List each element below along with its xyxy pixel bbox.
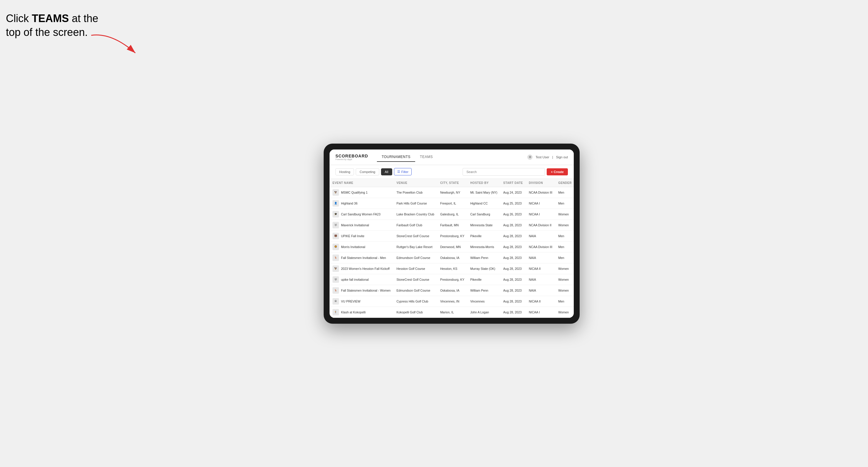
cell-event-name-4: 🐻 UPIKE Fall Invite — [330, 230, 393, 241]
team-logo-1: 👤 — [333, 200, 339, 207]
cell-city-state-2: Galesburg, IL — [437, 209, 467, 220]
table-row: 🏌 Klash at Kokopelli Kokopelli Golf Club… — [330, 307, 574, 317]
cell-venue-8: StoneCrest Golf Course — [393, 274, 437, 285]
nav-tab-tournaments[interactable]: TOURNAMENTS — [377, 152, 415, 162]
cell-event-name-0: 🦅 MSMC Qualifying 1 — [330, 187, 393, 198]
cell-venue-4: StoneCrest Golf Course — [393, 230, 437, 241]
cell-event-name-2: 🎓 Carl Sandburg Women FA23 — [330, 209, 393, 220]
logo-text: SCOREBOARD — [335, 154, 368, 158]
cell-division-10: NICAA II — [526, 296, 555, 307]
settings-icon[interactable]: ⚙ — [527, 155, 533, 160]
cell-hosted-by-2: Carl Sandburg — [467, 209, 500, 220]
tournaments-table: EVENT NAME VENUE CITY, STATE HOSTED BY S… — [330, 179, 574, 318]
team-logo-7: 🦅 — [333, 266, 339, 272]
cell-venue-11: Kokopelli Golf Club — [393, 307, 437, 317]
cell-division-4: NAIA — [526, 230, 555, 241]
all-filter-btn[interactable]: All — [381, 168, 392, 176]
cell-division-3: NCAA Division II — [526, 220, 555, 230]
search-input[interactable] — [463, 168, 545, 176]
event-name-text-1: Highland 36 — [341, 201, 358, 205]
tablet-screen: SCOREBOARD Powered by clippit TOURNAMENT… — [330, 150, 574, 318]
table-row: 🦅 2023 Women's Hesston Fall Kickoff Hess… — [330, 263, 574, 274]
cell-hosted-by-1: Highland CC — [467, 198, 500, 209]
event-name-text-6: Fall Statesmen Invitational - Men — [341, 256, 386, 259]
team-logo-0: 🦅 — [333, 189, 339, 196]
logo-sub: Powered by clippit — [335, 158, 368, 160]
annotation-text: Click TEAMS at thetop of the screen. — [6, 12, 98, 39]
cell-hosted-by-6: William Penn — [467, 252, 500, 263]
cell-start-date-10: Aug 28, 2023 — [500, 296, 526, 307]
cell-start-date-6: Aug 28, 2023 — [500, 252, 526, 263]
cell-venue-2: Lake Bracken Country Club — [393, 209, 437, 220]
cell-gender-7: Women — [555, 263, 574, 274]
cell-event-name-8: 🐺 upike fall invitational — [330, 274, 393, 285]
filter-icon-btn[interactable]: ☰ Filter — [394, 168, 412, 176]
table-container: EVENT NAME VENUE CITY, STATE HOSTED BY S… — [330, 179, 574, 318]
nav-tab-teams[interactable]: TEAMS — [415, 152, 437, 162]
team-logo-10: 🏛 — [333, 298, 339, 305]
filter-icon: ☰ — [397, 170, 400, 174]
cell-division-6: NAIA — [526, 252, 555, 263]
cell-start-date-4: Aug 28, 2023 — [500, 230, 526, 241]
cell-gender-1: Men — [555, 198, 574, 209]
team-logo-5: 🦁 — [333, 244, 339, 250]
cell-city-state-6: Oskaloosa, IA — [437, 252, 467, 263]
cell-hosted-by-7: Murray State (OK) — [467, 263, 500, 274]
cell-start-date-9: Aug 28, 2023 — [500, 285, 526, 296]
cell-gender-4: Men — [555, 230, 574, 241]
col-city-state: CITY, STATE — [437, 179, 467, 187]
team-logo-6: 🦌 — [333, 254, 339, 261]
toolbar: Hosting Competing All ☰ Filter + Create — [330, 165, 574, 179]
team-logo-8: 🐺 — [333, 276, 339, 283]
cell-division-1: NICAA I — [526, 198, 555, 209]
table-header-row: EVENT NAME VENUE CITY, STATE HOSTED BY S… — [330, 179, 574, 187]
logo-area: SCOREBOARD Powered by clippit — [335, 154, 368, 160]
event-name-text-2: Carl Sandburg Women FA23 — [341, 213, 380, 216]
cell-division-8: NAIA — [526, 274, 555, 285]
event-name-text-0: MSMC Qualifying 1 — [341, 191, 368, 194]
event-name-text-3: Maverick Invitational — [341, 223, 369, 227]
event-name-text-7: 2023 Women's Hesston Fall Kickoff — [341, 267, 390, 271]
cell-event-name-1: 👤 Highland 36 — [330, 198, 393, 209]
sign-out-link[interactable]: Sign out — [556, 155, 568, 159]
cell-start-date-7: Aug 28, 2023 — [500, 263, 526, 274]
hosting-filter-btn[interactable]: Hosting — [335, 168, 354, 176]
table-row: 🦁 Morris Invitational Ruttger's Bay Lake… — [330, 241, 574, 252]
cell-hosted-by-9: William Penn — [467, 285, 500, 296]
cell-event-name-5: 🦁 Morris Invitational — [330, 241, 393, 252]
table-row: 🦌 Fall Statesmen Invitational - Men Edmu… — [330, 252, 574, 263]
cell-start-date-8: Aug 28, 2023 — [500, 274, 526, 285]
col-hosted-by: HOSTED BY — [467, 179, 500, 187]
table-row: 🐺 Maverick Invitational Faribault Golf C… — [330, 220, 574, 230]
cell-city-state-9: Oskaloosa, IA — [437, 285, 467, 296]
cell-city-state-11: Marion, IL — [437, 307, 467, 317]
nav-tabs: TOURNAMENTS TEAMS — [377, 152, 437, 162]
event-name-text-4: UPIKE Fall Invite — [341, 234, 364, 238]
create-btn[interactable]: + Create — [547, 168, 568, 176]
competing-filter-btn[interactable]: Competing — [356, 168, 379, 176]
cell-gender-6: Men — [555, 252, 574, 263]
cell-city-state-10: Vincennes, IN — [437, 296, 467, 307]
cell-gender-2: Women — [555, 209, 574, 220]
cell-venue-1: Park Hills Golf Course — [393, 198, 437, 209]
col-event-name: EVENT NAME — [330, 179, 393, 187]
separator: | — [552, 155, 553, 159]
app-header: SCOREBOARD Powered by clippit TOURNAMENT… — [330, 150, 574, 165]
cell-city-state-1: Freeport, IL — [437, 198, 467, 209]
table-row: 🦌 Fall Statesmen Invitational - Women Ed… — [330, 285, 574, 296]
col-venue: VENUE — [393, 179, 437, 187]
col-division: DIVISION — [526, 179, 555, 187]
cell-gender-11: Women — [555, 307, 574, 317]
table-row: 🏛 VU PREVIEW Cypress Hills Golf Club Vin… — [330, 296, 574, 307]
cell-city-state-8: Prestonsburg, KY — [437, 274, 467, 285]
cell-division-2: NICAA I — [526, 209, 555, 220]
user-name: Test User — [535, 155, 549, 159]
team-logo-4: 🐻 — [333, 233, 339, 239]
event-name-text-8: upike fall invitational — [341, 278, 369, 281]
cell-start-date-1: Aug 25, 2023 — [500, 198, 526, 209]
cell-city-state-3: Faribault, MN — [437, 220, 467, 230]
cell-start-date-0: Aug 24, 2023 — [500, 187, 526, 198]
cell-event-name-7: 🦅 2023 Women's Hesston Fall Kickoff — [330, 263, 393, 274]
cell-division-7: NICAA II — [526, 263, 555, 274]
cell-venue-7: Hesston Golf Course — [393, 263, 437, 274]
